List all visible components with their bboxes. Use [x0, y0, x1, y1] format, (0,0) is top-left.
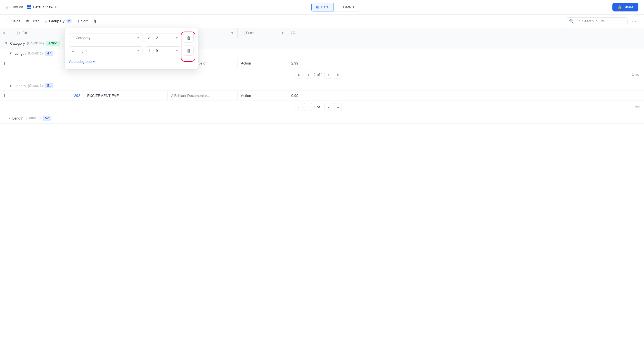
cell-price: 2.99 [288, 58, 324, 68]
col-header-extra[interactable]: ☰ [288, 28, 324, 38]
next-page-button[interactable]: › [325, 103, 332, 111]
main-table-area: # 1 Fid T Description ▼ T Category ▼ 1 P… [0, 28, 644, 358]
group-by-dropdown: T Category ▼ A → Z ▼ 🗑 1 Length ▼ 1 [64, 28, 198, 70]
subgroup-51: ▼ Length (Count: 1) 51 1 292 EXCITEMENT … [0, 81, 644, 113]
first-page-button[interactable]: « [295, 103, 302, 111]
extra-toolbar-item[interactable]: ⇅ [93, 19, 96, 23]
col-fid-type-icon: 1 [17, 31, 21, 35]
page-info: 1 of 1 [314, 73, 323, 77]
filter-toolbar-item[interactable]: ⛃ Filter [26, 19, 39, 23]
subgroup-51-header[interactable]: ▼ Length (Count: 1) 51 [0, 81, 644, 91]
cell-price: 0.99 [288, 91, 324, 101]
first-page-button[interactable]: « [295, 71, 302, 78]
grid-icon [27, 5, 31, 9]
breadcrumb-area: ⊞ FilmList / Default View ↻ [6, 5, 58, 9]
tab-details[interactable]: ☰ Details [333, 3, 359, 11]
subgroup-52-chevron: › [9, 116, 10, 120]
subgroup-51-label: Length [15, 84, 26, 88]
cell-description: A Brilliant Documentar... [168, 91, 238, 101]
subgroup-47-label: Length [15, 51, 26, 56]
lock-icon: 🔒 [617, 5, 622, 9]
tab-data[interactable]: ⊞ Data [311, 3, 333, 11]
record-count: 1 rec [632, 73, 640, 77]
subgroup-52-count: (Count: 3) [26, 116, 41, 120]
details-tab-icon: ☰ [338, 5, 342, 9]
fields-toolbar-item[interactable]: ☰ Fields [6, 19, 20, 23]
filter-icon: ⛃ [26, 19, 29, 23]
subgroup-51-count: (Count: 1) [28, 84, 43, 88]
refresh-icon[interactable]: ↻ [55, 5, 58, 9]
prev-page-button[interactable]: ‹ [304, 71, 312, 78]
breadcrumb: ⊞ FilmList / Default View ↻ [6, 5, 58, 9]
group-order-select-1[interactable]: A → Z ▼ [145, 34, 181, 42]
search-icon: 🔍 [569, 19, 574, 23]
last-page-button[interactable]: » [334, 103, 342, 111]
group-order-select-2[interactable]: 1 → 9 ▼ [145, 46, 181, 55]
fields-icon: ☰ [6, 19, 9, 23]
dropdown-arrow-1: ▼ [137, 36, 140, 39]
cell-category: Action [238, 58, 288, 68]
search-field-label: Fid [576, 19, 581, 23]
app-title[interactable]: FilmList [10, 5, 23, 9]
pagination-row-51: « ‹ 1 of 1 › » 1 rec [0, 101, 644, 113]
last-page-button[interactable]: » [334, 71, 342, 78]
col-header-fid[interactable]: 1 Fid [14, 28, 50, 38]
col-extra-icon: ☰ [291, 31, 296, 35]
share-button[interactable]: 🔒 Share [612, 3, 638, 11]
sort-toolbar-item[interactable]: ↕ Sort [77, 19, 87, 23]
subgroup-52-label: Length [12, 116, 23, 120]
group-category-label: Category [10, 41, 25, 46]
top-nav-right: 🔒 Share [612, 3, 638, 11]
group-by-icon: ⊟ [44, 19, 48, 23]
data-tab-icon: ⊞ [316, 5, 319, 9]
group-field-select-2[interactable]: 1 Length ▼ [69, 46, 143, 55]
breadcrumb-separator: / [25, 5, 26, 9]
cell-fid-empty [14, 91, 50, 101]
delete-group-button-2[interactable]: 🗑 [184, 46, 194, 56]
col-header-add[interactable]: + [324, 28, 338, 38]
table-row: 1 292 EXCITEMENT EVE A Brilliant Documen… [0, 91, 644, 101]
extra-icon: ⇅ [93, 19, 96, 23]
col-num-icon: # [3, 31, 5, 35]
subgroup-47-count: (Count: 1) [28, 51, 43, 55]
more-options-button[interactable]: ··· [630, 17, 638, 25]
subgroup-47-chevron: ▼ [9, 51, 12, 55]
tab-group: ⊞ Data ☰ Details [311, 3, 359, 11]
delete-group-button-1[interactable]: 🗑 [184, 33, 194, 43]
search-input[interactable] [582, 19, 624, 23]
subgroup-52: › Length (Count: 3) 52 [0, 113, 644, 123]
group-by-row-1: T Category ▼ A → Z ▼ 🗑 [69, 33, 194, 43]
group-action-count: (Count: 64) [27, 41, 44, 45]
add-subgroup-button[interactable]: Add subgroup + [69, 58, 95, 65]
dropdown-rows-container: T Category ▼ A → Z ▼ 🗑 1 Length ▼ 1 [69, 33, 194, 56]
prev-page-button[interactable]: ‹ [304, 103, 312, 111]
group-field-select-1[interactable]: T Category ▼ [69, 34, 143, 42]
cell-num: 1 [0, 91, 14, 101]
group-by-toolbar-item[interactable]: ⊟ Group By 2 [44, 19, 72, 23]
cell-fid-empty [14, 58, 50, 68]
page-info-51: 1 of 1 [314, 105, 323, 109]
cell-num: 1 [0, 58, 14, 68]
subgroup-51-badge: 51 [45, 83, 53, 88]
subgroup-47-badge: 47 [45, 51, 53, 56]
group-by-row-2: 1 Length ▼ 1 → 9 ▼ 🗑 [69, 46, 194, 56]
next-page-button[interactable]: › [325, 71, 332, 78]
cell-name: EXCITEMENT EVE [84, 91, 168, 101]
subgroup-52-badge: 52 [43, 116, 51, 121]
cell-fid-link[interactable]: 292 [50, 91, 84, 101]
sort-icon: ↕ [77, 19, 79, 23]
group-action-badge: Action [46, 41, 60, 46]
col-header-num: # [0, 28, 14, 38]
field-type-icon-2: 1 [72, 49, 74, 52]
col-price-type-icon: 1 [241, 31, 245, 35]
group-by-badge: 2 [66, 19, 72, 23]
view-name[interactable]: Default View [33, 5, 53, 9]
pagination-row-47: « ‹ 1 of 1 › » 1 rec [0, 68, 644, 81]
subgroup-52-header[interactable]: › Length (Count: 3) 52 [0, 113, 644, 123]
top-nav: ⊞ FilmList / Default View ↻ ⊞ Data ☰ Det… [0, 0, 644, 15]
cell-extra [324, 58, 338, 68]
add-col-icon: + [330, 31, 332, 35]
col-header-price[interactable]: 1 Price ▼ [238, 28, 288, 38]
order-arrow-2: ▼ [175, 49, 178, 52]
cell-category: Action [238, 91, 288, 101]
